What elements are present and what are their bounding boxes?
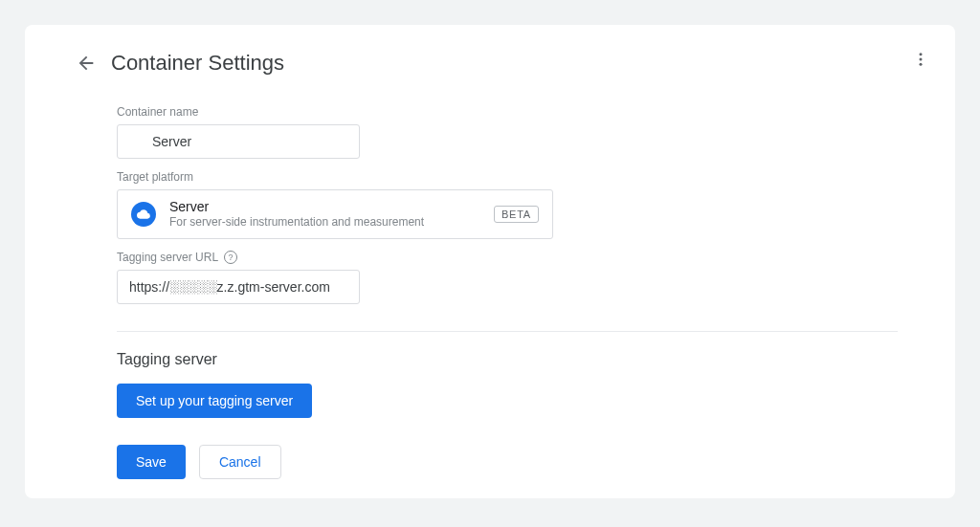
more-options-button[interactable] bbox=[903, 42, 938, 77]
save-button[interactable]: Save bbox=[117, 445, 186, 479]
action-row: Save Cancel bbox=[117, 445, 898, 479]
svg-point-0 bbox=[920, 53, 923, 55]
divider bbox=[117, 331, 898, 332]
tagging-url-label: Tagging server URL ? bbox=[117, 251, 898, 264]
header: Container Settings bbox=[25, 25, 955, 88]
beta-badge: BETA bbox=[494, 206, 539, 223]
cloud-icon bbox=[131, 202, 156, 227]
page-title: Container Settings bbox=[111, 51, 284, 76]
target-platform-card[interactable]: Server For server-side instrumentation a… bbox=[117, 189, 553, 239]
setup-tagging-server-button[interactable]: Set up your tagging server bbox=[117, 384, 312, 418]
arrow-left-icon bbox=[76, 53, 97, 74]
container-name-input[interactable] bbox=[117, 124, 360, 159]
tagging-url-input[interactable] bbox=[117, 270, 360, 304]
help-icon[interactable]: ? bbox=[224, 251, 237, 264]
back-button[interactable] bbox=[69, 46, 103, 80]
tagging-server-section-title: Tagging server bbox=[117, 351, 898, 368]
platform-text: Server For server-side instrumentation a… bbox=[169, 198, 480, 231]
target-platform-label: Target platform bbox=[117, 170, 898, 184]
svg-point-2 bbox=[920, 63, 923, 66]
platform-name: Server bbox=[169, 198, 480, 215]
tagging-url-label-text: Tagging server URL bbox=[117, 251, 218, 264]
content: Container name Target platform Server Fo… bbox=[25, 88, 955, 498]
container-name-label: Container name bbox=[117, 105, 898, 119]
more-vert-icon bbox=[912, 51, 929, 68]
platform-desc: For server-side instrumentation and meas… bbox=[169, 215, 480, 231]
cancel-button[interactable]: Cancel bbox=[199, 445, 281, 479]
settings-card: Container Settings Container name Target… bbox=[25, 25, 955, 498]
svg-point-1 bbox=[920, 58, 923, 61]
